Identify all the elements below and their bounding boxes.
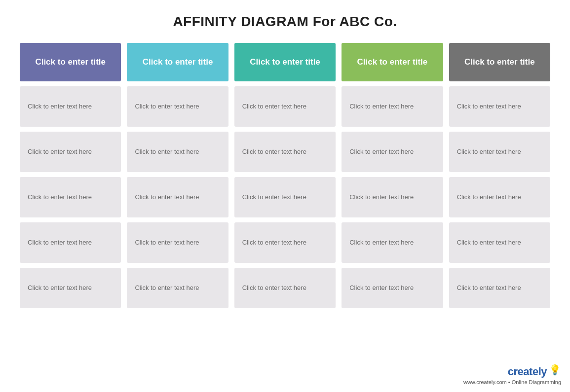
diagram-container: Click to enter title Click to enter text… [0, 43, 570, 308]
col2-header[interactable]: Click to enter title [127, 43, 228, 81]
col3-card-1-text: Click to enter text here [242, 102, 306, 111]
col5-card-3-text: Click to enter text here [457, 193, 521, 202]
col4-card-4[interactable]: Click to enter text here [342, 222, 443, 263]
watermark-brand-text: creately [508, 365, 547, 378]
bulb-icon: 💡 [549, 364, 561, 376]
col5-card-4[interactable]: Click to enter text here [449, 222, 550, 263]
col1-card-3-text: Click to enter text here [28, 193, 92, 202]
col4-card-5[interactable]: Click to enter text here [342, 268, 443, 308]
col4-card-1[interactable]: Click to enter text here [342, 86, 443, 127]
column-4: Click to enter title Click to enter text… [342, 43, 443, 308]
col2-card-2[interactable]: Click to enter text here [127, 132, 228, 172]
col5-card-2-text: Click to enter text here [457, 147, 521, 156]
col4-card-2[interactable]: Click to enter text here [342, 132, 443, 172]
col4-card-3-text: Click to enter text here [349, 193, 414, 202]
col1-card-2[interactable]: Click to enter text here [20, 132, 121, 172]
col1-card-2-text: Click to enter text here [28, 147, 92, 156]
col3-card-2[interactable]: Click to enter text here [234, 132, 336, 172]
col2-header-label: Click to enter title [137, 53, 219, 71]
col5-card-1[interactable]: Click to enter text here [449, 86, 550, 127]
col1-card-4[interactable]: Click to enter text here [20, 222, 121, 263]
column-5: Click to enter title Click to enter text… [449, 43, 550, 308]
col2-card-4[interactable]: Click to enter text here [127, 222, 228, 263]
col5-header-label: Click to enter title [458, 53, 541, 71]
column-2: Click to enter title Click to enter text… [127, 43, 228, 308]
col5-card-1-text: Click to enter text here [457, 102, 521, 111]
col2-card-5[interactable]: Click to enter text here [127, 268, 228, 308]
col1-header-label: Click to enter title [29, 53, 112, 71]
col1-card-5-text: Click to enter text here [28, 284, 92, 292]
watermark-logo: creately 💡 [508, 365, 561, 378]
watermark-url: www.creately.com • Online Diagramming [463, 379, 561, 385]
page-title: AFFINITY DIAGRAM For ABC Co. [0, 0, 570, 40]
col4-card-3[interactable]: Click to enter text here [342, 177, 443, 217]
col2-card-3-text: Click to enter text here [135, 193, 199, 202]
col5-header[interactable]: Click to enter title [449, 43, 550, 81]
col2-card-1[interactable]: Click to enter text here [127, 86, 228, 127]
col4-header-label: Click to enter title [351, 53, 434, 71]
col2-card-4-text: Click to enter text here [135, 238, 199, 247]
col5-card-2[interactable]: Click to enter text here [449, 132, 550, 172]
col3-card-3[interactable]: Click to enter text here [234, 177, 336, 217]
col4-header[interactable]: Click to enter title [342, 43, 443, 81]
col1-header[interactable]: Click to enter title [20, 43, 121, 81]
col5-card-4-text: Click to enter text here [457, 238, 521, 247]
col3-card-1[interactable]: Click to enter text here [234, 86, 336, 127]
column-1: Click to enter title Click to enter text… [20, 43, 121, 308]
col2-card-3[interactable]: Click to enter text here [127, 177, 228, 217]
col3-card-2-text: Click to enter text here [242, 147, 306, 156]
col4-card-2-text: Click to enter text here [349, 147, 414, 156]
watermark: creately 💡 www.creately.com • Online Dia… [463, 365, 561, 385]
col3-card-5[interactable]: Click to enter text here [234, 268, 336, 308]
column-3: Click to enter title Click to enter text… [234, 43, 336, 308]
col4-card-4-text: Click to enter text here [349, 238, 414, 247]
col3-card-3-text: Click to enter text here [242, 193, 306, 202]
col3-card-4[interactable]: Click to enter text here [234, 222, 336, 263]
col3-header[interactable]: Click to enter title [234, 43, 336, 81]
col3-card-4-text: Click to enter text here [242, 238, 306, 247]
col1-card-3[interactable]: Click to enter text here [20, 177, 121, 217]
col3-card-5-text: Click to enter text here [242, 284, 306, 292]
col2-card-1-text: Click to enter text here [135, 102, 199, 111]
col3-header-label: Click to enter title [244, 53, 326, 71]
col2-card-5-text: Click to enter text here [135, 284, 199, 292]
col5-card-5[interactable]: Click to enter text here [449, 268, 550, 308]
col4-card-1-text: Click to enter text here [349, 102, 414, 111]
col1-card-4-text: Click to enter text here [28, 238, 92, 247]
col1-card-1-text: Click to enter text here [28, 102, 92, 111]
col5-card-3[interactable]: Click to enter text here [449, 177, 550, 217]
col2-card-2-text: Click to enter text here [135, 147, 199, 156]
col1-card-1[interactable]: Click to enter text here [20, 86, 121, 127]
col4-card-5-text: Click to enter text here [349, 284, 414, 292]
col1-card-5[interactable]: Click to enter text here [20, 268, 121, 308]
col5-card-5-text: Click to enter text here [457, 284, 521, 292]
